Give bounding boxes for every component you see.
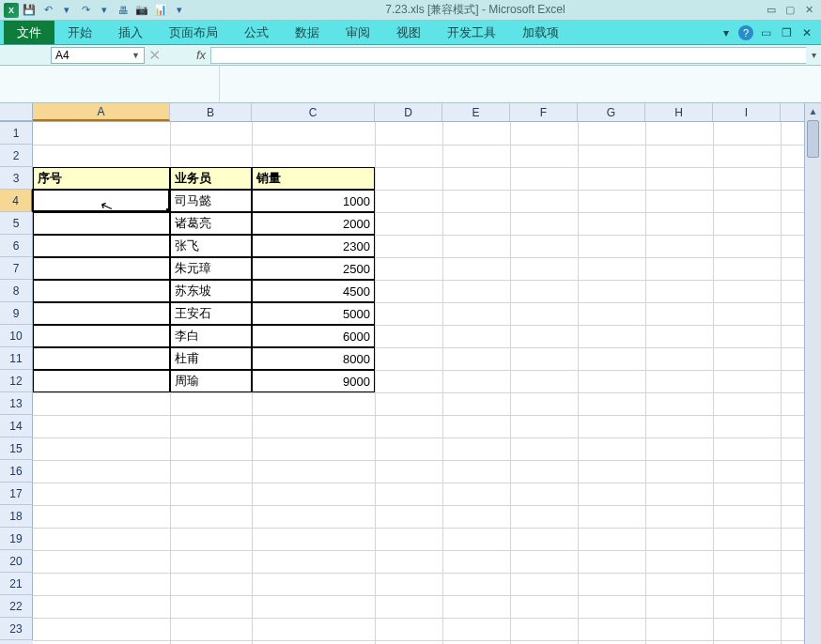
cell-A6[interactable] bbox=[33, 235, 170, 257]
cell-C9[interactable]: 5000 bbox=[252, 302, 375, 325]
ribbon-tab-pagelayout[interactable]: 页面布局 bbox=[156, 21, 231, 44]
ribbon-tab-review[interactable]: 审阅 bbox=[333, 21, 383, 44]
cell-A7[interactable] bbox=[33, 257, 170, 280]
cell-A8[interactable] bbox=[33, 280, 170, 302]
ribbon-tab-insert[interactable]: 插入 bbox=[105, 21, 156, 44]
row-header-18[interactable]: 18 bbox=[0, 505, 33, 528]
qat-camera-icon[interactable]: 📷 bbox=[133, 2, 150, 19]
row-header-21[interactable]: 21 bbox=[0, 573, 33, 595]
row-header-4[interactable]: 4 bbox=[0, 190, 33, 212]
cell-A10[interactable] bbox=[33, 325, 170, 347]
workbook-close-icon[interactable]: ✕ bbox=[798, 24, 815, 41]
cell-grid[interactable]: 序号业务员销量司马懿1000诸葛亮2000张飞2300朱元璋2500苏东坡450… bbox=[33, 122, 821, 644]
cell-A5[interactable] bbox=[33, 212, 170, 235]
row-header-19[interactable]: 19 bbox=[0, 528, 33, 550]
row-header-16[interactable]: 16 bbox=[0, 460, 33, 483]
row-header-13[interactable]: 13 bbox=[0, 392, 33, 415]
cell-C6[interactable]: 2300 bbox=[252, 235, 375, 257]
cell-C8[interactable]: 4500 bbox=[252, 280, 375, 302]
undo-icon[interactable]: ↶ bbox=[39, 2, 56, 19]
column-header-G[interactable]: G bbox=[578, 103, 645, 121]
maximize-button[interactable]: ▢ bbox=[782, 3, 798, 18]
column-header-H[interactable]: H bbox=[645, 103, 713, 121]
cell-A9[interactable] bbox=[33, 302, 170, 325]
row-header-22[interactable]: 22 bbox=[0, 595, 33, 618]
column-header-B[interactable]: B bbox=[170, 103, 252, 121]
cell-C7[interactable]: 2500 bbox=[252, 257, 375, 280]
cell-A12[interactable] bbox=[33, 370, 170, 392]
row-header-9[interactable]: 9 bbox=[0, 302, 33, 325]
row-header-12[interactable]: 12 bbox=[0, 370, 33, 392]
qat-print-icon[interactable]: 🖶 bbox=[115, 2, 132, 19]
column-header-A[interactable]: A bbox=[33, 103, 170, 121]
ribbon-tab-data[interactable]: 数据 bbox=[282, 21, 333, 44]
column-header-C[interactable]: C bbox=[252, 103, 375, 121]
ribbon-tab-developer[interactable]: 开发工具 bbox=[434, 21, 509, 44]
row-header-3[interactable]: 3 bbox=[0, 167, 33, 190]
scroll-up-icon[interactable]: ▲ bbox=[805, 103, 821, 118]
cell-C5[interactable]: 2000 bbox=[252, 212, 375, 235]
row-header-5[interactable]: 5 bbox=[0, 212, 33, 235]
cell-B9[interactable]: 王安石 bbox=[170, 302, 252, 325]
cell-A11[interactable] bbox=[33, 347, 170, 370]
minimize-button[interactable]: ▭ bbox=[763, 3, 780, 18]
ribbon-tab-addins[interactable]: 加载项 bbox=[509, 21, 572, 44]
row-header-14[interactable]: 14 bbox=[0, 415, 33, 437]
table-header-B[interactable]: 业务员 bbox=[170, 167, 252, 190]
table-header-C[interactable]: 销量 bbox=[252, 167, 375, 190]
redo-dropdown-icon[interactable]: ▾ bbox=[96, 2, 113, 19]
fx-icon[interactable]: fx bbox=[192, 48, 210, 62]
name-box[interactable]: A4 ▼ bbox=[51, 47, 145, 64]
scroll-thumb[interactable] bbox=[807, 120, 819, 158]
cell-B6[interactable]: 张飞 bbox=[170, 235, 252, 257]
name-box-dropdown-icon[interactable]: ▼ bbox=[132, 51, 140, 60]
save-icon[interactable]: 💾 bbox=[21, 2, 38, 19]
redo-icon[interactable]: ↷ bbox=[77, 2, 94, 19]
cell-B5[interactable]: 诸葛亮 bbox=[170, 212, 252, 235]
cell-B4[interactable]: 司马懿 bbox=[170, 190, 252, 212]
row-header-1[interactable]: 1 bbox=[0, 122, 33, 145]
help-icon[interactable]: ? bbox=[738, 25, 753, 40]
cell-C11[interactable]: 8000 bbox=[252, 347, 375, 370]
row-header-15[interactable]: 15 bbox=[0, 437, 33, 460]
workbook-restore-icon[interactable]: ❐ bbox=[778, 24, 795, 41]
workbook-minimize-icon[interactable]: ▭ bbox=[757, 24, 774, 41]
row-header-7[interactable]: 7 bbox=[0, 257, 33, 280]
row-header-20[interactable]: 20 bbox=[0, 550, 33, 573]
vertical-scrollbar[interactable]: ▲ bbox=[804, 103, 821, 644]
formula-input[interactable] bbox=[210, 47, 806, 64]
cell-B11[interactable]: 杜甫 bbox=[170, 347, 252, 370]
undo-dropdown-icon[interactable]: ▾ bbox=[58, 2, 75, 19]
table-header-A[interactable]: 序号 bbox=[33, 167, 170, 190]
row-header-8[interactable]: 8 bbox=[0, 280, 33, 302]
row-header-17[interactable]: 17 bbox=[0, 483, 33, 505]
cell-B10[interactable]: 李白 bbox=[170, 325, 252, 347]
row-header-23[interactable]: 23 bbox=[0, 618, 33, 640]
column-header-E[interactable]: E bbox=[442, 103, 510, 121]
row-header-6[interactable]: 6 bbox=[0, 235, 33, 257]
column-header-D[interactable]: D bbox=[375, 103, 442, 121]
fx-cancel-icon[interactable]: ⨯ bbox=[145, 46, 163, 64]
cell-C4[interactable]: 1000 bbox=[252, 190, 375, 212]
column-header-I[interactable]: I bbox=[713, 103, 781, 121]
close-button[interactable]: ✕ bbox=[800, 3, 817, 18]
row-header-11[interactable]: 11 bbox=[0, 347, 33, 370]
column-header-F[interactable]: F bbox=[510, 103, 578, 121]
ribbon-tab-home[interactable]: 开始 bbox=[54, 21, 105, 44]
cell-B8[interactable]: 苏东坡 bbox=[170, 280, 252, 302]
ribbon-minimize-icon[interactable]: ▾ bbox=[718, 24, 735, 41]
row-header-10[interactable]: 10 bbox=[0, 325, 33, 347]
qat-chart-icon[interactable]: 📊 bbox=[152, 2, 169, 19]
cell-C10[interactable]: 6000 bbox=[252, 325, 375, 347]
ribbon-tab-formulas[interactable]: 公式 bbox=[231, 21, 282, 44]
formula-bar-expand-icon[interactable]: ▾ bbox=[806, 45, 821, 65]
qat-customize-icon[interactable]: ▾ bbox=[171, 2, 188, 19]
cell-B7[interactable]: 朱元璋 bbox=[170, 257, 252, 280]
select-all-corner[interactable] bbox=[0, 103, 33, 121]
file-tab[interactable]: 文件 bbox=[4, 21, 54, 44]
ribbon-tab-view[interactable]: 视图 bbox=[383, 21, 434, 44]
cell-B12[interactable]: 周瑜 bbox=[170, 370, 252, 392]
cell-C12[interactable]: 9000 bbox=[252, 370, 375, 392]
cell-A4[interactable] bbox=[33, 190, 170, 212]
row-header-2[interactable]: 2 bbox=[0, 145, 33, 167]
